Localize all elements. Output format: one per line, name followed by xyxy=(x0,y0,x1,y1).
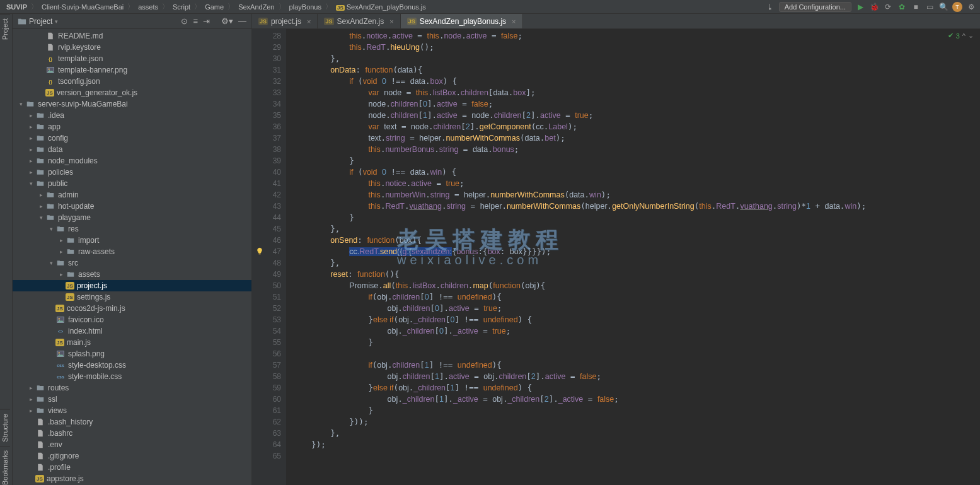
tree-item[interactable]: cssstyle-mobile.css xyxy=(13,371,251,382)
coverage-icon[interactable]: ⟳ xyxy=(883,2,893,12)
line-number[interactable]: 31 xyxy=(253,64,281,76)
line-number[interactable]: 50 xyxy=(253,280,281,291)
tree-item[interactable]: splash.png xyxy=(13,348,251,359)
run-configuration-selector[interactable]: Add Configuration... xyxy=(779,2,851,12)
tree-item[interactable]: public xyxy=(13,178,251,189)
tree-item[interactable]: template-banner.png xyxy=(13,64,251,76)
expand-all-icon[interactable]: ≡ xyxy=(193,16,198,26)
collapse-all-icon[interactable]: ⇥ xyxy=(203,16,210,26)
line-number[interactable]: 32 xyxy=(253,76,281,87)
breadcrumb-item[interactable]: Game xyxy=(202,3,226,11)
line-number[interactable]: 63 xyxy=(253,428,281,439)
tree-item[interactable]: ssl xyxy=(13,394,251,405)
tree-item[interactable]: .profile xyxy=(13,462,251,473)
line-number[interactable]: 33 xyxy=(253,87,281,98)
line-number[interactable]: 59 xyxy=(253,382,281,394)
line-number[interactable]: 53 xyxy=(253,314,281,325)
line-number[interactable]: 51 xyxy=(253,291,281,303)
breadcrumb-item[interactable]: SexAndZen xyxy=(236,3,277,11)
line-number[interactable]: 57 xyxy=(253,359,281,371)
tree-item[interactable]: config xyxy=(13,132,251,144)
run-icon[interactable]: ▶ xyxy=(855,2,865,12)
line-number[interactable]: 54 xyxy=(253,325,281,337)
search-icon[interactable]: 🔍 xyxy=(938,2,948,12)
line-number[interactable]: 61 xyxy=(253,405,281,416)
tree-item[interactable]: JSversion_generator_ok.js xyxy=(13,87,251,98)
breadcrumb-item[interactable]: Client-Suvip-MuaGameBai xyxy=(39,3,126,11)
tree-item[interactable]: hot-update xyxy=(13,201,251,212)
tree-item[interactable]: server-suvip-MuaGameBai xyxy=(13,98,251,110)
breadcrumb-item[interactable]: SUVIP xyxy=(4,3,30,11)
line-number[interactable]: 55 xyxy=(253,337,281,348)
device-icon[interactable]: ▭ xyxy=(925,2,935,12)
line-number[interactable]: 60 xyxy=(253,394,281,405)
close-tab-icon[interactable]: × xyxy=(512,18,516,25)
bookmarks-tool-tab[interactable]: Bookmarks xyxy=(0,446,10,485)
tree-item[interactable]: README.md xyxy=(13,30,251,42)
panel-options-icon[interactable]: ⚙▾ xyxy=(221,16,233,26)
intention-bulb-icon[interactable] xyxy=(256,247,263,255)
line-number[interactable]: 37 xyxy=(253,132,281,144)
line-number[interactable]: 36 xyxy=(253,121,281,132)
tree-item[interactable]: <>index.html xyxy=(13,325,251,337)
profile-icon[interactable]: ✿ xyxy=(897,2,907,12)
line-number[interactable]: 45 xyxy=(253,223,281,235)
tree-item[interactable]: data xyxy=(13,144,251,155)
tree-item[interactable]: playgame xyxy=(13,212,251,223)
tree-item[interactable]: JSsettings.js xyxy=(13,291,251,303)
line-number[interactable]: 52 xyxy=(253,303,281,314)
project-panel-title[interactable]: Project ▾ xyxy=(18,17,58,26)
file-tree[interactable]: README.mdrvip.keystore{}template.jsontem… xyxy=(13,29,251,485)
breadcrumb-item[interactable]: assets xyxy=(135,3,161,11)
editor-tab[interactable]: JSproject.js× xyxy=(252,14,318,28)
tree-item[interactable]: rvip.keystore xyxy=(13,42,251,53)
line-number[interactable]: 65 xyxy=(253,450,281,462)
close-tab-icon[interactable]: × xyxy=(307,18,311,25)
tree-item[interactable]: res xyxy=(13,223,251,235)
line-number[interactable]: 43 xyxy=(253,201,281,212)
breadcrumb-item[interactable]: Script xyxy=(170,3,193,11)
tree-item[interactable]: routes xyxy=(13,382,251,394)
tree-item[interactable]: .gitignore xyxy=(13,450,251,462)
line-number[interactable]: 34 xyxy=(253,98,281,110)
tree-item[interactable]: node_modules xyxy=(13,155,251,167)
line-number[interactable]: 28 xyxy=(253,30,281,42)
close-tab-icon[interactable]: × xyxy=(389,18,393,25)
line-number[interactable]: 41 xyxy=(253,178,281,189)
debug-icon[interactable]: 🐞 xyxy=(869,2,879,12)
settings-icon[interactable]: ⚙ xyxy=(966,2,976,12)
hide-panel-icon[interactable]: — xyxy=(238,16,246,26)
structure-tool-tab[interactable]: Structure xyxy=(0,409,10,446)
tree-item[interactable]: .idea xyxy=(13,110,251,121)
editor-tab[interactable]: JSSexAndZen.js× xyxy=(318,14,400,28)
line-number[interactable]: 64 xyxy=(253,439,281,450)
tree-item[interactable]: .bash_history xyxy=(13,416,251,428)
stop-icon[interactable]: ■ xyxy=(911,2,921,12)
tree-item[interactable]: .bashrc xyxy=(13,428,251,439)
code-editor[interactable]: this.notice.active = this.node.active = … xyxy=(286,29,980,485)
breadcrumb-item[interactable]: playBonus xyxy=(287,3,324,11)
line-number[interactable]: 42 xyxy=(253,189,281,201)
line-number[interactable]: 46 xyxy=(253,235,281,246)
line-number[interactable]: 62 xyxy=(253,416,281,428)
tree-item[interactable]: {}tsconfig.json xyxy=(13,76,251,87)
line-number[interactable]: 58 xyxy=(253,371,281,382)
tree-item[interactable]: admin xyxy=(13,189,251,201)
tree-item[interactable]: cssstyle-desktop.css xyxy=(13,359,251,371)
line-number[interactable]: 56 xyxy=(253,348,281,359)
tree-item[interactable]: {}template.json xyxy=(13,53,251,64)
line-number[interactable]: 47 xyxy=(253,246,281,257)
line-number[interactable]: 49 xyxy=(253,269,281,280)
line-number[interactable]: 44 xyxy=(253,212,281,223)
select-opened-file-icon[interactable]: ⊙ xyxy=(181,16,188,26)
avatar-icon[interactable]: T xyxy=(952,2,962,12)
tree-item[interactable]: app xyxy=(13,121,251,132)
project-tool-tab[interactable]: Project xyxy=(0,14,10,44)
tree-item[interactable]: JScocos2d-js-min.js xyxy=(13,303,251,314)
tree-item[interactable]: JSappstore.js xyxy=(13,473,251,484)
editor-tab[interactable]: JSSexAndZen_playBonus.js× xyxy=(401,14,523,28)
tree-item[interactable]: assets xyxy=(13,269,251,280)
tree-item[interactable]: raw-assets xyxy=(13,246,251,257)
line-number[interactable]: 35 xyxy=(253,110,281,121)
tree-item[interactable]: JSproject.js xyxy=(13,280,251,291)
